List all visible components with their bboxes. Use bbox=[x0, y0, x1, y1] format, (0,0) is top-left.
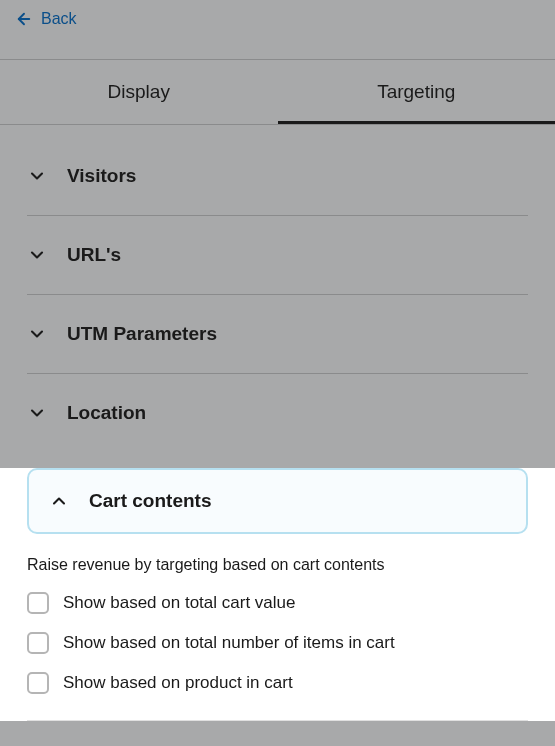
option-cart-product[interactable]: Show based on product in cart bbox=[27, 672, 528, 694]
accordion-utm[interactable]: UTM Parameters bbox=[27, 295, 528, 374]
arrow-left-icon bbox=[15, 10, 33, 28]
tab-display-label: Display bbox=[108, 81, 170, 103]
cart-options: Show based on total cart value Show base… bbox=[27, 592, 528, 721]
cart-contents-panel: Cart contents Raise revenue by targeting… bbox=[0, 468, 555, 721]
accordion-cart-label: Cart contents bbox=[89, 490, 211, 512]
accordion-visitors-label: Visitors bbox=[67, 165, 136, 187]
header: Back bbox=[0, 0, 555, 60]
tab-display[interactable]: Display bbox=[0, 60, 278, 124]
accordion-cart-contents[interactable]: Cart contents bbox=[27, 468, 528, 534]
back-label: Back bbox=[41, 10, 77, 28]
option-cart-product-label: Show based on product in cart bbox=[63, 673, 293, 693]
accordion-urls[interactable]: URL's bbox=[27, 216, 528, 295]
chevron-down-icon bbox=[27, 245, 47, 265]
option-cart-items[interactable]: Show based on total number of items in c… bbox=[27, 632, 528, 654]
accordion-visitors[interactable]: Visitors bbox=[27, 125, 528, 216]
accordion-location-label: Location bbox=[67, 402, 146, 424]
accordion-location[interactable]: Location bbox=[27, 374, 528, 452]
tabs: Display Targeting bbox=[0, 60, 555, 125]
option-cart-items-label: Show based on total number of items in c… bbox=[63, 633, 395, 653]
checkbox-cart-product[interactable] bbox=[27, 672, 49, 694]
accordion-urls-label: URL's bbox=[67, 244, 121, 266]
back-button[interactable]: Back bbox=[15, 10, 77, 28]
content: Visitors URL's UTM Parameters Location bbox=[0, 125, 555, 721]
chevron-down-icon bbox=[27, 403, 47, 423]
checkbox-cart-value[interactable] bbox=[27, 592, 49, 614]
tab-targeting[interactable]: Targeting bbox=[278, 60, 556, 124]
chevron-up-icon bbox=[49, 491, 69, 511]
chevron-down-icon bbox=[27, 324, 47, 344]
checkbox-cart-items[interactable] bbox=[27, 632, 49, 654]
option-cart-value[interactable]: Show based on total cart value bbox=[27, 592, 528, 614]
cart-description: Raise revenue by targeting based on cart… bbox=[27, 534, 528, 592]
option-cart-value-label: Show based on total cart value bbox=[63, 593, 295, 613]
accordion-utm-label: UTM Parameters bbox=[67, 323, 217, 345]
accordion-section: Visitors URL's UTM Parameters Location bbox=[0, 125, 555, 452]
chevron-down-icon bbox=[27, 166, 47, 186]
tab-targeting-label: Targeting bbox=[377, 81, 455, 103]
